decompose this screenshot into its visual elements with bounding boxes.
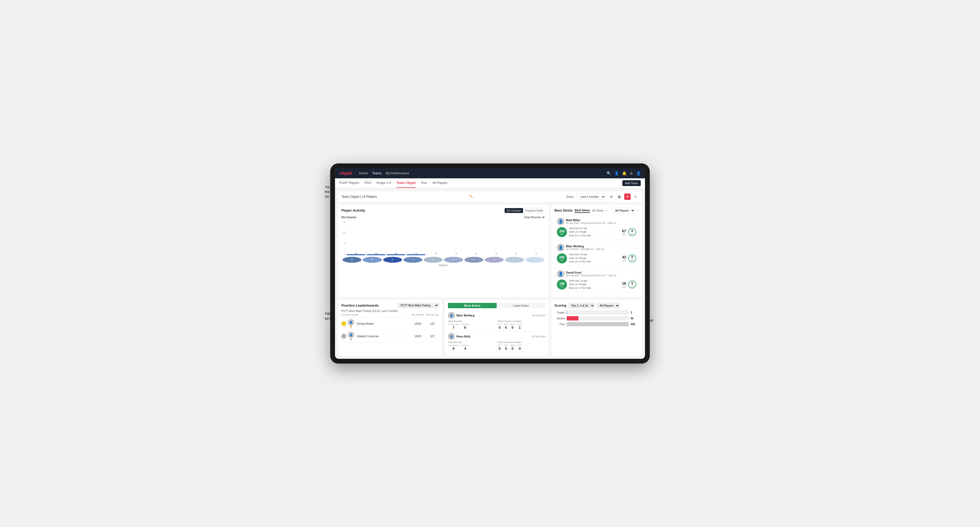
bar-col-0: 13 bbox=[347, 252, 365, 255]
view-icons: ⊞ ▦ ♥ ≡ bbox=[608, 194, 639, 200]
add-icon[interactable]: ⊕ bbox=[630, 171, 633, 175]
nav-performance[interactable]: My Performance bbox=[386, 170, 409, 176]
all-shots-tab[interactable]: All Shots bbox=[592, 208, 603, 213]
active-app-1: APP 0 bbox=[504, 323, 508, 330]
chart-metric-dropdown[interactable]: Total Rounds bbox=[523, 215, 546, 219]
active-rounds-stats-2: Tournament 8 Practice 4 bbox=[448, 344, 496, 351]
shot-stat-zero-2: 0 yds bbox=[628, 254, 636, 262]
grid-view-icon[interactable]: ⊞ bbox=[608, 194, 615, 200]
shots-player-filter[interactable]: All Players bbox=[612, 208, 635, 213]
content-area: Team Clippd | 14 Players ✏️ Show: Last 3… bbox=[335, 188, 645, 359]
best-shots-tab[interactable]: Best Shots bbox=[575, 208, 590, 213]
shot-player-info-1: 👤 Matt Miller 09 Jun 2023 · Royal North … bbox=[557, 218, 636, 225]
scoring-track-eagles bbox=[567, 310, 629, 314]
list-view-icon[interactable]: ≡ bbox=[632, 194, 639, 200]
add-team-button[interactable]: Add Team bbox=[622, 180, 641, 186]
subnav-tour[interactable]: Tour bbox=[421, 178, 427, 188]
active-arg-label-1: ARG bbox=[510, 323, 515, 325]
shot-player-info-2: 👤 Blair McHarg 23 Jul 2023 · Ashridge GC… bbox=[557, 244, 636, 251]
active-rounds-stats-1: Tournament 7 Practice 6 bbox=[448, 323, 496, 330]
on-course-toggle[interactable]: On Course bbox=[504, 208, 523, 213]
subnav-all-players[interactable]: All Players bbox=[432, 178, 447, 188]
nav-actions: 🔍 👤 🔔 ⊕ 👤 bbox=[607, 171, 641, 175]
active-app-label-1: APP bbox=[504, 323, 508, 325]
nav-home[interactable]: Home bbox=[359, 170, 368, 176]
practice-drills-toggle[interactable]: Practice Drills bbox=[523, 208, 545, 213]
bar-col-9: 2 bbox=[527, 252, 546, 255]
player-avatar-3: 👤 bbox=[557, 270, 564, 278]
practice-dropdown[interactable]: PUTT Must Make Putting ... bbox=[398, 303, 439, 308]
shots-filter-bar: Best Shots Best Shots All Shots ▾ All Pl… bbox=[554, 208, 639, 213]
scoring-fill-birdies bbox=[567, 316, 578, 321]
scoring-header: Scoring Par 3, 4 & 5s All Players bbox=[554, 303, 639, 308]
shot-details-3: 198 SG Shot Dist: 16 yds Start Lie: Roug… bbox=[557, 279, 636, 290]
player-avatar-bar-7: M bbox=[485, 257, 504, 263]
y-axis-0: 0 bbox=[341, 252, 346, 255]
bell-icon[interactable]: 🔔 bbox=[622, 171, 627, 175]
active-practice-stats-1: GTT 0 APP 0 ARG bbox=[498, 323, 546, 330]
y-axis-15: 15 bbox=[341, 221, 346, 223]
active-putt-val-2: 0 bbox=[519, 346, 520, 351]
scoring-player-filter[interactable]: All Players bbox=[597, 303, 620, 308]
shot-card-chevron-3[interactable]: › bbox=[635, 272, 636, 276]
bar-highlight-3 bbox=[407, 254, 425, 255]
subnav-team-clippd[interactable]: Team Clippd bbox=[396, 178, 415, 188]
shot-card-chevron-1[interactable]: › bbox=[635, 219, 636, 224]
shot-card-chevron-2[interactable]: › bbox=[635, 245, 636, 250]
edit-icon[interactable]: ✏️ bbox=[469, 195, 473, 198]
sub-nav-actions: Add Team bbox=[622, 180, 641, 186]
active-tabs: Most Active Least Active bbox=[448, 303, 546, 308]
least-active-tab[interactable]: Least Active bbox=[497, 303, 546, 308]
scoring-track-birdies bbox=[567, 316, 629, 321]
scoring-title: Scoring bbox=[554, 304, 566, 307]
bars-wrapper: 1312109543322 bbox=[347, 221, 546, 255]
most-active-tab[interactable]: Most Active bbox=[448, 303, 497, 308]
bar-col-4: 5 bbox=[426, 252, 445, 255]
scoring-par-filter[interactable]: Par 3, 4 & 5s bbox=[568, 303, 595, 308]
shot-stat-zero-1: 0 yds bbox=[628, 228, 636, 236]
scoring-val-eagles: 3 bbox=[631, 311, 639, 314]
shot-badge-3: 198 SG bbox=[557, 279, 567, 290]
player-name-3: David Ford bbox=[566, 271, 616, 274]
search-icon[interactable]: 🔍 bbox=[607, 171, 611, 175]
nav-links: Home Teams My Performance bbox=[359, 170, 601, 176]
scoring-panel: Scoring Par 3, 4 & 5s All Players Eagles bbox=[551, 300, 642, 356]
player-details-3: David Ford 24 Aug 2023 · Royal North Dev… bbox=[566, 271, 616, 277]
subnav-pga[interactable]: PGA bbox=[364, 178, 371, 188]
active-practice-stats-2: GTT 0 APP 0 ARG bbox=[498, 344, 546, 351]
nav-teams[interactable]: Teams bbox=[372, 170, 381, 176]
subnav-pgat[interactable]: PGAT Players bbox=[339, 178, 359, 188]
course-toggle-group: On Course Practice Drills bbox=[504, 208, 546, 213]
active-gtt-1: GTT 0 bbox=[498, 323, 502, 330]
shot-card-2: 👤 Blair McHarg 23 Jul 2023 · Ashridge GC… bbox=[554, 241, 639, 266]
show-label: Show: bbox=[566, 195, 574, 198]
shot-stat-dist-1: 67 yds bbox=[622, 229, 626, 236]
heart-view-icon[interactable]: ♥ bbox=[624, 194, 631, 200]
subnav-hcaps[interactable]: Hcaps 1-5 bbox=[377, 178, 391, 188]
active-player-identity-2: 👤 Rees Britt bbox=[448, 333, 470, 340]
active-putt-label-2: PUTT bbox=[517, 344, 522, 346]
y-axis-5: 5 bbox=[341, 242, 346, 244]
active-tournament-2: Tournament 8 bbox=[448, 344, 459, 351]
active-player-name-1: Blair McHarg bbox=[457, 314, 474, 317]
active-practice-title-2: Total Practice Activities bbox=[498, 341, 546, 344]
card-view-icon[interactable]: ▦ bbox=[616, 194, 623, 200]
users-icon[interactable]: 👤 bbox=[614, 171, 619, 175]
active-date-1: 26 Aug 2023 bbox=[532, 314, 546, 317]
bar-value-9: 2 bbox=[536, 252, 536, 255]
lb-trophy-1: 🏆 bbox=[350, 326, 352, 328]
active-practice-val-2: 4 bbox=[464, 346, 466, 351]
active-player-identity-1: 👤 Blair McHarg bbox=[448, 312, 474, 319]
lb-col-pb: PB SCORE bbox=[411, 314, 425, 316]
player-activity-panel: Player Activity On Course Practice Drill… bbox=[338, 205, 549, 297]
timescale-select[interactable]: Last 3 months bbox=[577, 194, 606, 200]
practice-title: Practice Leaderboards bbox=[341, 303, 379, 307]
active-tournament-label-2: Tournament bbox=[448, 344, 459, 346]
lb-col-avg: PB AVG SQ bbox=[426, 314, 439, 316]
tablet-frame: clippd Home Teams My Performance 🔍 👤 🔔 ⊕… bbox=[330, 163, 650, 364]
avatar-icon[interactable]: 👤 bbox=[636, 171, 641, 175]
bar-col-2: 10 bbox=[387, 252, 405, 255]
page-wrapper: You can select which player is doing the… bbox=[330, 163, 650, 364]
bottom-grid: Practice Leaderboards PUTT Must Make Put… bbox=[338, 300, 642, 356]
active-putt-1: PUTT 1 bbox=[517, 323, 522, 330]
